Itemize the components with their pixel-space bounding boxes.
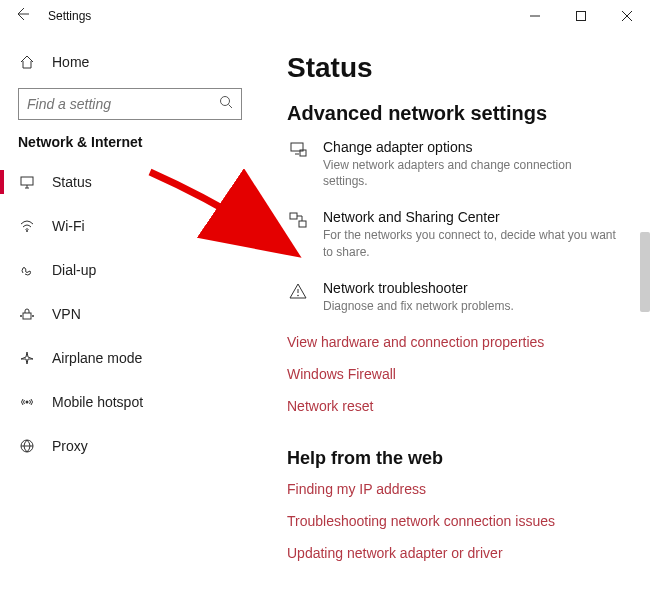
nav-item-dial-up[interactable]: Dial-up bbox=[0, 248, 265, 292]
scrollbar[interactable] bbox=[640, 232, 650, 312]
svg-rect-19 bbox=[299, 221, 306, 227]
svg-point-11 bbox=[20, 315, 22, 317]
link-network-reset[interactable]: Network reset bbox=[287, 398, 642, 414]
option-title: Change adapter options bbox=[323, 139, 618, 155]
search-field[interactable] bbox=[18, 88, 242, 120]
option-desc: For the networks you connect to, decide … bbox=[323, 227, 618, 259]
home-label: Home bbox=[52, 54, 89, 70]
svg-rect-18 bbox=[290, 213, 297, 219]
svg-point-4 bbox=[221, 97, 230, 106]
link-windows-firewall[interactable]: Windows Firewall bbox=[287, 366, 642, 382]
option-desc: Diagnose and fix network problems. bbox=[323, 298, 618, 314]
nav-item-proxy[interactable]: Proxy bbox=[0, 424, 265, 468]
nav-item-label: Mobile hotspot bbox=[52, 394, 143, 410]
home-icon bbox=[18, 54, 36, 70]
svg-point-13 bbox=[26, 401, 29, 404]
nav-item-wi-fi[interactable]: Wi-Fi bbox=[0, 204, 265, 248]
svg-line-5 bbox=[229, 105, 233, 109]
back-button[interactable] bbox=[10, 6, 34, 26]
nav-item-vpn[interactable]: VPN bbox=[0, 292, 265, 336]
option-network-and-sharing-center[interactable]: Network and Sharing CenterFor the networ… bbox=[287, 209, 642, 259]
nav-item-label: Proxy bbox=[52, 438, 88, 454]
wifi-icon bbox=[18, 218, 36, 234]
titlebar: Settings bbox=[0, 0, 650, 32]
svg-rect-6 bbox=[21, 177, 33, 185]
option-change-adapter-options[interactable]: Change adapter optionsView network adapt… bbox=[287, 139, 642, 189]
page-title: Status bbox=[287, 52, 642, 84]
nav-item-label: VPN bbox=[52, 306, 81, 322]
airplane-icon bbox=[18, 350, 36, 366]
maximize-button[interactable] bbox=[558, 0, 604, 32]
warning-icon bbox=[287, 280, 309, 314]
search-input[interactable] bbox=[27, 96, 219, 112]
hotspot-icon bbox=[18, 394, 36, 410]
help-heading: Help from the web bbox=[287, 448, 642, 469]
link-view-hardware-and-connection-properties[interactable]: View hardware and connection properties bbox=[287, 334, 642, 350]
help-link-updating-network-adapter-or-driver[interactable]: Updating network adapter or driver bbox=[287, 545, 642, 561]
section-heading: Advanced network settings bbox=[287, 102, 642, 125]
status-icon bbox=[18, 174, 36, 190]
nav-item-label: Wi-Fi bbox=[52, 218, 85, 234]
dialup-icon bbox=[18, 262, 36, 278]
category-heading: Network & Internet bbox=[0, 134, 265, 160]
nav-item-label: Dial-up bbox=[52, 262, 96, 278]
nav-item-label: Airplane mode bbox=[52, 350, 142, 366]
home-button[interactable]: Home bbox=[0, 42, 265, 82]
minimize-button[interactable] bbox=[512, 0, 558, 32]
search-icon bbox=[219, 95, 233, 113]
option-title: Network troubleshooter bbox=[323, 280, 618, 296]
window-controls bbox=[512, 0, 650, 32]
vpn-icon bbox=[18, 306, 36, 322]
adapter-icon bbox=[287, 139, 309, 189]
option-network-troubleshooter[interactable]: Network troubleshooterDiagnose and fix n… bbox=[287, 280, 642, 314]
help-link-troubleshooting-network-connection-issues[interactable]: Troubleshooting network connection issue… bbox=[287, 513, 642, 529]
window-title: Settings bbox=[48, 9, 91, 23]
svg-rect-1 bbox=[577, 12, 586, 21]
nav-item-airplane-mode[interactable]: Airplane mode bbox=[0, 336, 265, 380]
sharing-icon bbox=[287, 209, 309, 259]
close-button[interactable] bbox=[604, 0, 650, 32]
nav-item-mobile-hotspot[interactable]: Mobile hotspot bbox=[0, 380, 265, 424]
proxy-icon bbox=[18, 438, 36, 454]
svg-rect-10 bbox=[23, 313, 31, 319]
sidebar: Home Network & Internet StatusWi-FiDial-… bbox=[0, 32, 265, 599]
svg-point-12 bbox=[32, 315, 34, 317]
svg-point-21 bbox=[297, 294, 299, 296]
nav-item-status[interactable]: Status bbox=[0, 160, 265, 204]
main-content: Status Advanced network settings Change … bbox=[265, 32, 650, 599]
nav-list: StatusWi-FiDial-upVPNAirplane modeMobile… bbox=[0, 160, 265, 468]
option-title: Network and Sharing Center bbox=[323, 209, 618, 225]
option-desc: View network adapters and change connect… bbox=[323, 157, 618, 189]
svg-point-9 bbox=[26, 230, 28, 232]
help-link-finding-my-ip-address[interactable]: Finding my IP address bbox=[287, 481, 642, 497]
nav-item-label: Status bbox=[52, 174, 92, 190]
